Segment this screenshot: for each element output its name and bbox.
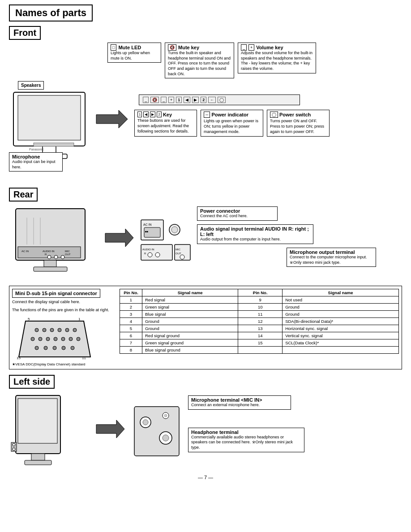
table-cell: Ground <box>283 311 399 318</box>
table-cell: Blue signal ground <box>142 347 238 354</box>
vol-plus-icon: + <box>248 44 254 51</box>
table-row: 7Green signal ground15SCL(Data Clock)* <box>120 339 399 347</box>
table-cell <box>283 347 399 354</box>
table-cell: 4 <box>120 318 142 325</box>
svg-point-66 <box>13 443 15 446</box>
leftside-callouts: Microphone terminal <MIC IN> Connect an … <box>188 395 402 452</box>
mic-output-text: Connect to the computer microphone input… <box>290 255 373 265</box>
rear-monitor-illustration: AC IN AUDIO IN R MIC OUT <box>9 204 98 281</box>
table-row: 8Blue signal ground <box>120 347 399 354</box>
svg-point-56 <box>71 346 74 350</box>
table-cell: 1 <box>120 296 142 304</box>
svg-text:AUDIO IN: AUDIO IN <box>43 250 55 253</box>
power-connector-callout: Power connector Connect the AC cord here… <box>197 206 278 221</box>
rear-callouts: Power connector Connect the AC cord here… <box>197 206 402 267</box>
headphone-terminal-title: Headphone terminal <box>191 429 301 435</box>
svg-rect-64 <box>25 460 51 465</box>
audio-input-callout: Audio signal input terminal AUDIO IN R: … <box>197 224 313 244</box>
button-area: ⎯ 🔇 ⎯ + 1 ◀ ▶ 2 ← ◯ 1 ◀ ▶ 2 <box>130 94 402 136</box>
svg-point-19 <box>61 255 64 259</box>
table-cell: Red signal ground <box>142 332 238 339</box>
power-switch-title: Power switch <box>279 112 311 117</box>
svg-marker-68 <box>96 420 124 438</box>
svg-text:1: 1 <box>78 317 81 321</box>
power-connector-text: Connect the AC cord here. <box>200 214 274 219</box>
svg-point-33 <box>155 253 160 257</box>
svg-text:5: 5 <box>28 317 30 321</box>
table-row: 6Red signal ground14Vertical sync. signa… <box>120 332 399 339</box>
front-arrow <box>94 108 130 130</box>
svg-rect-1 <box>18 95 81 140</box>
audio-input-title: Audio signal input terminal AUDIO IN R: … <box>200 226 310 237</box>
svg-point-51 <box>77 337 80 341</box>
svg-text:MIC: MIC <box>65 250 70 253</box>
svg-text:AUDIO IN: AUDIO IN <box>142 248 154 251</box>
mute-key-callout: 🔇 Mute key Turns the built-in speaker an… <box>165 43 234 78</box>
monitor-illustration: Speakers Panasonic Microphone Audio <box>9 81 98 176</box>
microphone-callout: Microphone Audio input can be input here… <box>9 152 63 172</box>
svg-point-73 <box>163 435 169 441</box>
port-diagram-svg: AC IN ■■ AUDIO IN R MIC OUT <box>139 218 193 276</box>
col-pin1: Pin No. <box>120 289 142 296</box>
svg-point-43 <box>65 328 69 332</box>
front-label: Front <box>9 26 41 40</box>
leftside-svg <box>9 393 85 469</box>
svg-rect-69 <box>134 407 179 456</box>
svg-text:AC IN: AC IN <box>143 223 152 226</box>
leftside-arrow <box>94 418 125 441</box>
power-indicator-title: Power indicator <box>211 112 248 117</box>
rear-arrow-svg <box>103 227 134 249</box>
leftside-ports <box>130 402 184 461</box>
svg-rect-20 <box>44 260 56 267</box>
svg-point-44 <box>73 328 77 332</box>
speakers-callout: Speakers <box>18 81 44 90</box>
power-indicator-callout: ─ Power indicator Lights up green when p… <box>201 110 263 136</box>
table-cell: Ground <box>142 318 238 325</box>
mute-led-text: Lights up yellow when mute is ON. <box>111 51 158 61</box>
dsub-svg: 5 1 15 11 <box>12 317 93 361</box>
table-cell: SDA(Bi-directional Data)* <box>283 318 399 325</box>
table-row: 3Blue signal11Ground <box>120 311 399 318</box>
svg-point-55 <box>62 346 65 350</box>
svg-text:15: 15 <box>17 356 21 360</box>
svg-point-41 <box>50 328 54 332</box>
rear-label: Rear <box>9 188 38 202</box>
svg-point-48 <box>54 337 57 341</box>
page-title: Names of parts <box>9 4 93 21</box>
connector-desc-text: Connect the display signal cable here. <box>12 300 115 305</box>
table-cell: Green signal <box>142 304 238 311</box>
leftside-label: Left side <box>9 375 55 389</box>
svg-point-71 <box>143 420 148 425</box>
leftside-arrow-svg <box>94 418 125 440</box>
table-cell: 6 <box>120 332 142 339</box>
table-row: 2Green signal10Ground <box>120 304 399 311</box>
svg-point-47 <box>46 337 50 341</box>
audio-input-text: Audio output from the computer is input … <box>200 237 310 242</box>
svg-point-52 <box>35 346 39 350</box>
mic-output-callout: Microphone output terminal Connect to th… <box>287 248 376 267</box>
power-connector-title: Power connector <box>200 208 274 214</box>
microphone-text: Audio input can be input here. <box>12 159 60 170</box>
mute-key-text: Turns the built-in speaker and headphone… <box>168 51 231 77</box>
vol-minus-icon: ⎯ <box>241 44 247 51</box>
rear-arrow <box>103 227 134 249</box>
svg-text:MIC: MIC <box>176 248 181 251</box>
connector-label: Mini D-sub 15-pin signal connector <box>12 289 100 298</box>
mute-led-callout: □ Mute LED Lights up yellow when mute is… <box>107 43 161 63</box>
svg-text:■■: ■■ <box>145 230 149 233</box>
vesa-note: ★VESA DDC(Display Data Channel) standard <box>12 362 93 366</box>
mic-terminal-callout: Microphone terminal <MIC IN> Connect an … <box>188 395 291 410</box>
connector-label-text: Mini D-sub 15-pin signal connector <box>15 291 97 296</box>
key-buttons-text: These buttons are used for screen adjust… <box>137 118 194 134</box>
volume-key-text: Adjusts the sound volume for the built-i… <box>241 51 313 72</box>
table-cell: SCL(Data Clock)* <box>283 339 399 347</box>
svg-text:R: R <box>45 253 47 256</box>
key-buttons-title: Key <box>163 112 172 117</box>
table-cell: 13 <box>238 325 283 332</box>
svg-marker-22 <box>105 229 133 247</box>
mic-terminal-text: Connect an external microphone here. <box>191 403 288 408</box>
col-pin2: Pin No. <box>238 289 283 296</box>
svg-marker-6 <box>96 110 128 128</box>
svg-point-45 <box>31 337 34 341</box>
volume-key-callout: ⎯ + Volume key Adjusts the sound volume … <box>238 43 316 73</box>
